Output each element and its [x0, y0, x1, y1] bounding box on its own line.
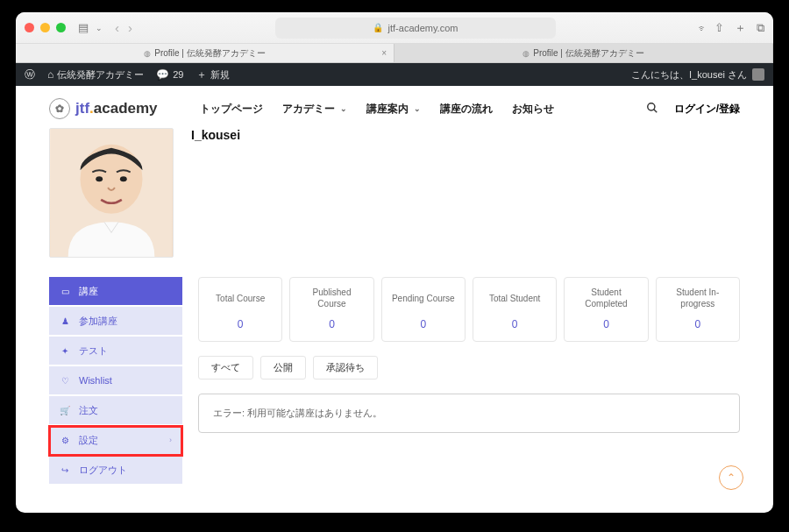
lock-icon: 🔒 — [373, 23, 383, 32]
nav-flow[interactable]: 講座の流れ — [440, 102, 493, 117]
traffic-lights — [25, 23, 66, 32]
wp-new-label: 新規 — [210, 68, 230, 82]
filter-published-button[interactable]: 公開 — [260, 356, 306, 379]
wp-avatar — [752, 68, 764, 81]
login-link[interactable]: ログイン/登録 — [674, 102, 740, 117]
tab-strip: ◍ Profile | 伝統発酵アカデミー × ◍ Profile | 伝統発酵… — [16, 44, 773, 63]
wp-site-link[interactable]: ⌂ 伝統発酵アカデミー — [47, 68, 144, 82]
wp-comments-count: 29 — [173, 69, 183, 80]
stat-pending-course: Pending Course 0 — [381, 277, 466, 342]
stat-total-student: Total Student 0 — [473, 277, 557, 342]
stat-label: Total Course — [206, 287, 274, 309]
nav-buttons: ‹ › — [115, 20, 132, 35]
new-tab-icon[interactable]: ＋ — [735, 20, 746, 36]
profile-username: I_kousei — [191, 128, 240, 142]
home-icon: ⌂ — [47, 68, 53, 81]
wp-new[interactable]: ＋ 新規 — [196, 67, 230, 82]
error-message: エラー: 利用可能な講座はありません。 — [198, 394, 740, 433]
svg-point-0 — [647, 103, 654, 110]
logout-icon: ↪ — [60, 465, 70, 475]
wp-account[interactable]: こんにちは、I_kousei さん — [631, 68, 764, 82]
sidebar-item-label: 注文 — [79, 404, 98, 417]
site-logo[interactable]: ✿ jtf.academy — [49, 98, 158, 119]
nav-news[interactable]: お知らせ — [512, 102, 554, 117]
filter-all-button[interactable]: すべて — [198, 356, 253, 379]
star-icon: ✦ — [60, 346, 70, 356]
sidebar-toggle-icon[interactable]: ▤ — [78, 21, 89, 34]
browser-chrome: ▤ ⌄ ‹ › 🔒 jtf-academy.com ᯤ ⇧ ＋ ⧉ — [16, 12, 773, 44]
filter-row: すべて 公開 承認待ち — [198, 356, 740, 379]
stat-label: Student In-progress — [664, 287, 732, 309]
chevron-up-icon: ⌃ — [727, 472, 736, 484]
favicon: ◍ — [522, 49, 530, 58]
favicon: ◍ — [144, 49, 151, 58]
stat-value: 0 — [389, 318, 458, 330]
filter-pending-button[interactable]: 承認待ち — [313, 356, 378, 379]
sidebar-item-enrolled[interactable]: ♟ 参加講座 — [49, 307, 182, 337]
comment-icon: 💬 — [156, 68, 169, 81]
forward-icon[interactable]: › — [128, 20, 132, 35]
close-tab-icon[interactable]: × — [381, 48, 387, 58]
svg-point-5 — [120, 176, 127, 181]
minimize-window-button[interactable] — [40, 23, 50, 32]
sidebar-item-label: 設定 — [79, 434, 98, 447]
scroll-top-button[interactable]: ⌃ — [719, 465, 743, 490]
sidebar-item-label: Wishlist — [79, 375, 112, 386]
sidebar-item-logout[interactable]: ↪ ログアウト — [49, 456, 182, 486]
sidebar-item-label: 講座 — [79, 285, 98, 298]
stat-student-completed: Student Completed 0 — [564, 277, 648, 342]
wp-greeting: こんにちは、I_kousei さん — [631, 68, 747, 82]
search-icon[interactable] — [646, 102, 658, 117]
url-text: jtf-academy.com — [388, 23, 458, 33]
address-bar[interactable]: 🔒 jtf-academy.com — [275, 18, 556, 39]
browser-tab[interactable]: ◍ Profile | 伝統発酵アカデミー — [394, 44, 773, 62]
share-icon[interactable]: ⇧ — [714, 21, 724, 34]
stat-label: Total Student — [480, 287, 549, 309]
site-header: ✿ jtf.academy トップページ アカデミー⌄ 講座案内⌄ 講座の流れ … — [16, 86, 773, 128]
stat-total-course: Total Course 0 — [198, 277, 282, 342]
chevron-down-icon[interactable]: ⌄ — [96, 24, 103, 32]
tabs-icon[interactable]: ⧉ — [757, 21, 764, 35]
nav-courses[interactable]: 講座案内⌄ — [366, 102, 421, 117]
stat-label: Student Completed — [572, 287, 640, 309]
chevron-down-icon: ⌄ — [414, 104, 421, 113]
chevron-down-icon: ⌄ — [340, 104, 347, 113]
sidebar-item-wishlist[interactable]: ♡ Wishlist — [49, 366, 182, 396]
sidebar-item-courses[interactable]: ▭ 講座 — [49, 277, 182, 307]
tab-title: Profile | 伝統発酵アカデミー — [533, 47, 644, 60]
main-nav: トップページ アカデミー⌄ 講座案内⌄ 講座の流れ お知らせ — [200, 102, 554, 117]
profile-sidebar: ▭ 講座 ♟ 参加講座 ✦ テスト ♡ Wishlist — [49, 277, 182, 486]
stat-student-inprogress: Student In-progress 0 — [656, 277, 740, 342]
tab-title: Profile | 伝統発酵アカデミー — [154, 47, 266, 60]
sidebar-item-quiz[interactable]: ✦ テスト — [49, 337, 182, 366]
nav-top[interactable]: トップページ — [200, 102, 263, 117]
browser-tab[interactable]: ◍ Profile | 伝統発酵アカデミー × — [16, 44, 394, 62]
wp-admin-bar: ⓦ ⌂ 伝統発酵アカデミー 💬 29 ＋ 新規 こんにちは、I_kousei さ… — [16, 63, 773, 86]
reader-icon[interactable]: ᯤ — [698, 23, 707, 33]
wp-comments[interactable]: 💬 29 — [156, 68, 183, 81]
stat-value: 0 — [297, 318, 366, 330]
logo-main: jtf — [75, 100, 89, 117]
stats-row: Total Course 0 Published Course 0 Pendin… — [198, 277, 740, 342]
avatar — [49, 128, 174, 258]
stat-value: 0 — [572, 318, 640, 330]
maximize-window-button[interactable] — [56, 23, 66, 32]
cart-icon: 🛒 — [60, 406, 70, 415]
wp-logo[interactable]: ⓦ — [25, 67, 35, 82]
stat-label: Published Course — [297, 287, 366, 309]
sidebar-item-orders[interactable]: 🛒 注文 — [49, 396, 182, 426]
close-window-button[interactable] — [25, 23, 34, 32]
sidebar-item-label: 参加講座 — [79, 315, 117, 328]
main-panel: Total Course 0 Published Course 0 Pendin… — [198, 277, 740, 486]
back-icon[interactable]: ‹ — [115, 20, 119, 35]
heart-icon: ♡ — [60, 376, 70, 386]
sidebar-item-settings[interactable]: ⚙ 設定 › — [49, 426, 182, 456]
gear-icon: ⚙ — [60, 436, 70, 445]
svg-point-4 — [96, 176, 103, 181]
svg-line-1 — [653, 109, 657, 112]
wp-site-name: 伝統発酵アカデミー — [57, 68, 144, 82]
plus-icon: ＋ — [196, 67, 207, 82]
sidebar-item-label: ログアウト — [79, 464, 127, 477]
nav-academy[interactable]: アカデミー⌄ — [282, 102, 347, 117]
profile-block: I_kousei — [49, 128, 740, 258]
